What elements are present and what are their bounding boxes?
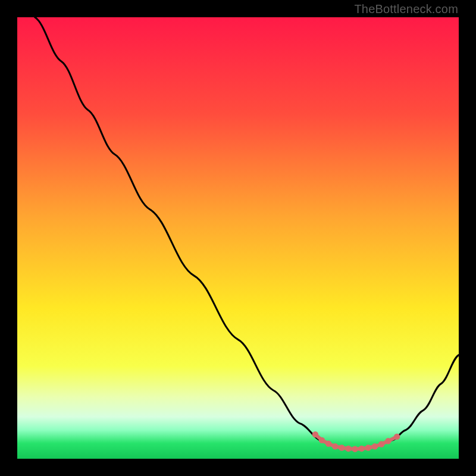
svg-point-5 (339, 444, 345, 450)
svg-point-3 (325, 441, 331, 447)
svg-point-12 (385, 438, 391, 444)
highlight-dots (312, 431, 400, 452)
svg-point-6 (345, 446, 351, 452)
svg-point-9 (365, 444, 371, 450)
chart-frame: TheBottleneck.com (0, 0, 476, 476)
svg-point-4 (332, 443, 338, 449)
curve (35, 17, 459, 449)
plot-area (17, 17, 459, 459)
svg-point-7 (352, 446, 358, 452)
svg-point-11 (378, 441, 384, 447)
svg-point-13 (394, 434, 400, 440)
watermark: TheBottleneck.com (354, 2, 458, 16)
svg-point-8 (359, 446, 365, 452)
svg-point-2 (319, 437, 325, 443)
curve-layer (17, 17, 459, 459)
svg-point-10 (372, 443, 378, 449)
svg-point-1 (312, 431, 318, 437)
